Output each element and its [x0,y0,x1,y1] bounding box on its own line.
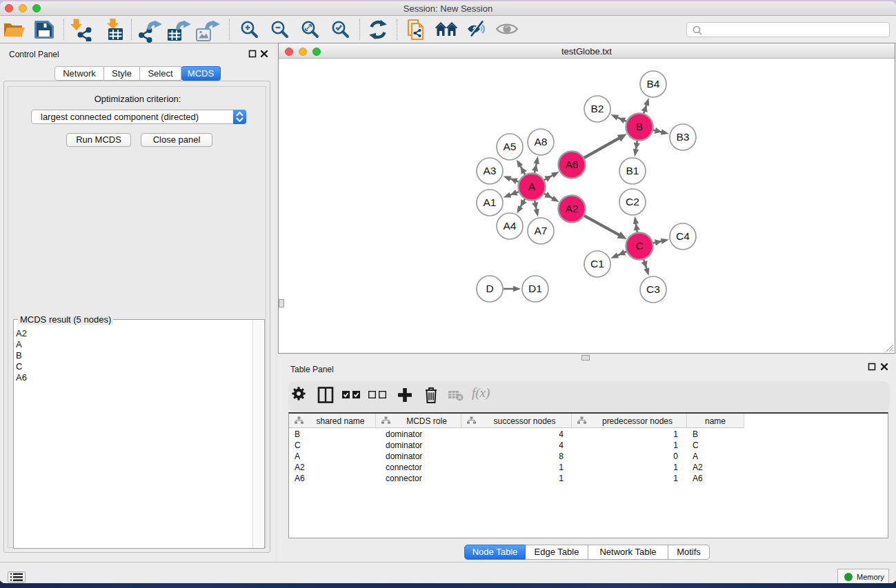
svg-text:B2: B2 [591,103,604,114]
svg-text:A4: A4 [504,220,517,232]
svg-text:B4: B4 [647,78,660,90]
svg-text:D1: D1 [528,283,542,294]
svg-text:A3: A3 [484,165,497,176]
svg-text:A2: A2 [566,203,579,214]
svg-text:A8: A8 [535,136,548,148]
svg-text:B3: B3 [677,131,690,143]
svg-text:A1: A1 [484,196,497,208]
svg-text:A5: A5 [504,141,517,152]
svg-text:C2: C2 [626,196,639,207]
svg-text:A6: A6 [566,159,579,170]
svg-text:B: B [636,121,643,132]
svg-text:A7: A7 [535,225,548,236]
svg-text:A: A [528,181,536,192]
svg-text:B1: B1 [626,165,639,176]
svg-text:C: C [635,240,643,252]
svg-text:C1: C1 [590,258,604,270]
svg-text:C3: C3 [646,283,660,295]
svg-text:C4: C4 [676,230,690,242]
svg-text:D: D [486,283,493,294]
